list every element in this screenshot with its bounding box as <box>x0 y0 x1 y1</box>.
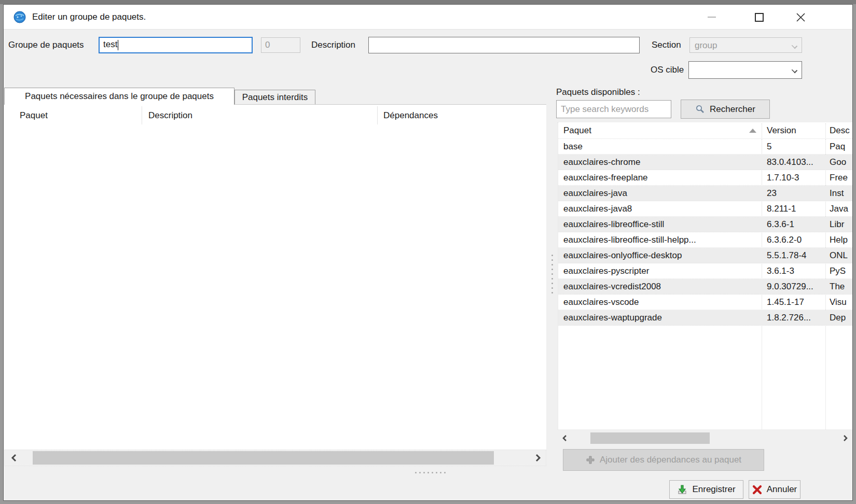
table-row[interactable]: eauxclaires-java23Inst <box>558 186 852 201</box>
wapt-logo-icon <box>13 11 26 23</box>
text-caret <box>118 40 118 50</box>
table-row[interactable]: eauxclaires-chrome83.0.4103...Goo <box>558 155 852 170</box>
table-row[interactable]: eauxclaires-freeplane1.7.10-3Free <box>558 170 852 186</box>
left-table-hscrollbar[interactable] <box>4 450 546 466</box>
available-packages-table[interactable]: Paquet Version Desc base5Paqeauxclaires-… <box>558 122 852 429</box>
cell-desc: Java <box>830 201 852 217</box>
add-dependencies-button: Ajouter des dépendances au paquet <box>563 449 764 471</box>
cell-version: 6.3.6-1 <box>767 217 825 232</box>
description-input[interactable] <box>368 37 640 53</box>
cancel-button-label: Annuler <box>767 484 797 495</box>
search-button-label: Rechercher <box>710 104 755 115</box>
table-row[interactable]: eauxclaires-pyscripter3.6.1-3PyS <box>558 263 852 279</box>
tab-paquets-interdits[interactable]: Paquets interdits <box>234 90 315 105</box>
column-header-desc[interactable]: Desc <box>830 122 850 139</box>
table-row[interactable]: eauxclaires-libreoffice-still-helpp...6.… <box>558 232 852 248</box>
right-table-header: Paquet Version Desc <box>558 122 852 139</box>
cell-version: 1.45.1-17 <box>767 295 825 310</box>
scroll-right-icon[interactable] <box>531 450 545 466</box>
section-select: group <box>689 37 802 53</box>
cell-desc: Libr <box>830 217 852 232</box>
column-separator[interactable] <box>377 106 378 124</box>
cell-paquet: eauxclaires-java <box>563 186 746 201</box>
cell-version: 23 <box>767 186 825 201</box>
close-icon[interactable] <box>786 5 815 30</box>
client-area: Groupe de paquets test 0 Description Sec… <box>4 30 852 500</box>
save-icon <box>677 484 687 495</box>
cell-desc: Paq <box>830 139 852 155</box>
plus-icon <box>586 455 595 465</box>
cell-desc: PyS <box>830 263 852 279</box>
cancel-x-icon <box>752 485 762 495</box>
sort-ascending-icon <box>749 129 756 133</box>
cell-version: 1.8.2.726... <box>767 310 825 326</box>
column-separator[interactable] <box>825 123 826 138</box>
horizontal-splitter-grip[interactable] <box>415 472 446 473</box>
cell-paquet: eauxclaires-onlyoffice-desktop <box>563 248 746 263</box>
magnifier-icon <box>695 104 705 114</box>
table-row[interactable]: eauxclaires-libreoffice-still6.3.6-1Libr <box>558 217 852 232</box>
cell-paquet: base <box>563 139 746 155</box>
cell-desc: Dep <box>830 310 852 326</box>
cell-desc: Help <box>830 232 852 248</box>
cell-paquet: eauxclaires-chrome <box>563 155 746 170</box>
save-button[interactable]: Enregistrer <box>669 480 743 499</box>
version-field: 0 <box>261 37 300 53</box>
cell-desc: ONL <box>830 248 852 263</box>
available-packages-label: Paquets disponibles : <box>556 85 640 100</box>
column-separator[interactable] <box>762 123 762 138</box>
column-header-paquet[interactable]: Paquet <box>563 122 591 139</box>
cell-version: 6.3.6.2-0 <box>767 232 825 248</box>
dialog-window: Editer un groupe de paquets. Groupe de p… <box>3 4 853 501</box>
cell-paquet: eauxclaires-freeplane <box>563 170 746 186</box>
cell-desc: Goo <box>830 155 852 170</box>
search-input[interactable] <box>556 100 671 118</box>
column-header-dependances[interactable]: Dépendances <box>383 105 438 126</box>
group-name-input[interactable]: test <box>99 37 253 53</box>
cell-paquet: eauxclaires-vscode <box>563 295 746 310</box>
table-row[interactable]: base5Paq <box>558 139 852 155</box>
cancel-button[interactable]: Annuler <box>749 480 800 499</box>
cell-desc: The <box>830 279 852 295</box>
vertical-splitter-grip[interactable] <box>551 255 553 293</box>
chevron-down-icon <box>792 67 797 73</box>
add-dependencies-label: Ajouter des dépendances au paquet <box>600 455 741 465</box>
os-target-label: OS cible <box>651 61 684 79</box>
table-row[interactable]: eauxclaires-vscode1.45.1-17Visu <box>558 295 852 310</box>
table-row[interactable]: eauxclaires-java88.211-1Java <box>558 201 852 217</box>
column-header-description[interactable]: Description <box>148 105 192 126</box>
scroll-right-icon[interactable] <box>839 431 852 445</box>
cell-paquet: eauxclaires-waptupgrade <box>563 310 746 326</box>
table-row[interactable]: eauxclaires-vcredist20089.0.30729...The <box>558 279 852 295</box>
column-header-paquet[interactable]: Paquet <box>20 105 48 126</box>
scrollbar-thumb[interactable] <box>33 451 494 465</box>
cell-version: 3.6.1-3 <box>767 263 825 279</box>
minimize-icon[interactable] <box>697 5 726 30</box>
section-label: Section <box>652 37 681 53</box>
cell-desc: Free <box>830 170 852 186</box>
right-table-hscrollbar[interactable] <box>558 431 852 445</box>
column-separator[interactable] <box>142 106 142 124</box>
cell-version: 8.211-1 <box>767 201 825 217</box>
cell-paquet: eauxclaires-pyscripter <box>563 263 746 279</box>
cell-paquet: eauxclaires-libreoffice-still-helpp... <box>563 232 746 248</box>
scroll-left-icon[interactable] <box>7 450 20 466</box>
window-title: Editer un groupe de paquets. <box>32 5 146 30</box>
cell-desc: Visu <box>830 295 852 310</box>
scrollbar-thumb[interactable] <box>590 432 710 444</box>
os-target-select[interactable] <box>688 61 802 79</box>
cell-paquet: eauxclaires-java8 <box>563 201 746 217</box>
title-bar[interactable]: Editer un groupe de paquets. <box>4 5 852 30</box>
tab-paquets-necessaires[interactable]: Paquets nécessaires dans le groupe de pa… <box>4 88 234 105</box>
search-button[interactable]: Rechercher <box>681 100 770 119</box>
group-label: Groupe de paquets <box>8 37 84 53</box>
cell-version: 1.7.10-3 <box>767 170 825 186</box>
column-header-version[interactable]: Version <box>767 122 796 139</box>
table-row[interactable]: eauxclaires-onlyoffice-desktop5.5.1.78-4… <box>558 248 852 263</box>
save-button-label: Enregistrer <box>692 484 735 495</box>
cell-version: 5 <box>767 139 825 155</box>
maximize-icon[interactable] <box>744 5 774 30</box>
table-row[interactable]: eauxclaires-waptupgrade1.8.2.726...Dep <box>558 310 852 326</box>
group-packages-table[interactable]: Paquet Description Dépendances <box>4 104 546 450</box>
scroll-left-icon[interactable] <box>558 431 571 445</box>
